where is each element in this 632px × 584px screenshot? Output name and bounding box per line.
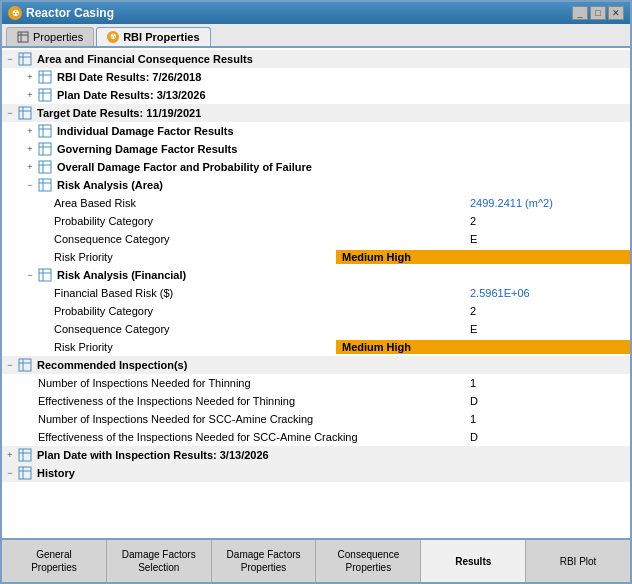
risk-priority-fin-value: Medium High xyxy=(336,340,630,354)
bottom-tab-damage-selection[interactable]: Damage FactorsSelection xyxy=(107,540,212,582)
section-governing-damage[interactable]: + Governing Damage Factor Results xyxy=(2,140,630,158)
prob-cat-fin-label: Probability Category xyxy=(54,305,470,317)
eff-scc-value: D xyxy=(470,431,630,443)
section-icon2 xyxy=(38,70,52,84)
maximize-button[interactable]: □ xyxy=(590,6,606,20)
cons-cat-area-row: Consequence Category E xyxy=(54,233,630,245)
eff-scc-label: Effectiveness of the Inspections Needed … xyxy=(38,431,470,443)
row-prob-cat-area: Probability Category 2 xyxy=(2,212,630,230)
title-controls: _ □ ✕ xyxy=(572,6,624,20)
num-thinning-label: Number of Inspections Needed for Thinnin… xyxy=(38,377,470,389)
close-button[interactable]: ✕ xyxy=(608,6,624,20)
title-bar: ☢ Reactor Casing _ □ ✕ xyxy=(2,2,630,24)
financial-based-risk-label: Financial Based Risk ($) xyxy=(54,287,470,299)
section-target-date[interactable]: − Target Date Results: 11/19/2021 xyxy=(2,104,630,122)
section-plan-date-result[interactable]: + Plan Date with Inspection Results: 3/1… xyxy=(2,446,630,464)
section-icon9 xyxy=(38,268,52,282)
toggle-recommended[interactable]: − xyxy=(2,357,18,373)
bottom-tab-consequence[interactable]: ConsequenceProperties xyxy=(316,540,421,582)
svg-rect-18 xyxy=(39,143,51,155)
prob-cat-area-row: Probability Category 2 xyxy=(54,215,630,227)
section-icon8 xyxy=(38,178,52,192)
prob-cat-fin-row: Probability Category 2 xyxy=(54,305,630,317)
bottom-tab-rbi-plot[interactable]: RBI Plot xyxy=(526,540,630,582)
tab-rbi-properties[interactable]: ☢ RBI Properties xyxy=(96,27,210,46)
risk-financial-label: Risk Analysis (Financial) xyxy=(55,269,630,281)
window-icon: ☢ xyxy=(8,6,22,20)
toggle-plan-date[interactable]: + xyxy=(22,87,38,103)
section-individual-damage[interactable]: + Individual Damage Factor Results xyxy=(2,122,630,140)
bottom-tabs-bar: GeneralProperties Damage FactorsSelectio… xyxy=(2,538,630,582)
bottom-tab-damage-selection-label: Damage FactorsSelection xyxy=(122,548,196,574)
bottom-tab-damage-properties-label: Damage FactorsProperties xyxy=(227,548,301,574)
svg-rect-12 xyxy=(19,107,31,119)
section-risk-area[interactable]: − Risk Analysis (Area) xyxy=(2,176,630,194)
toggle-overall-damage[interactable]: + xyxy=(22,159,38,175)
window-title: Reactor Casing xyxy=(26,6,114,20)
cons-cat-area-label: Consequence Category xyxy=(54,233,470,245)
svg-rect-21 xyxy=(39,161,51,173)
section-icon3 xyxy=(38,88,52,102)
minimize-button[interactable]: _ xyxy=(572,6,588,20)
row-financial-based-risk: Financial Based Risk ($) 2.5961E+06 xyxy=(2,284,630,302)
plan-date-result-label: Plan Date with Inspection Results: 3/13/… xyxy=(35,449,630,461)
area-based-risk-value: 2499.2411 (m^2) xyxy=(470,197,630,209)
section-recommended[interactable]: − Recommended Inspection(s) xyxy=(2,356,630,374)
bottom-tab-rbi-plot-label: RBI Plot xyxy=(560,555,597,568)
risk-priority-area-label: Risk Priority xyxy=(54,251,336,263)
section-icon5 xyxy=(38,124,52,138)
section-rbi-date[interactable]: + RBI Date Results: 7/26/2018 xyxy=(2,68,630,86)
rbi-date-label: RBI Date Results: 7/26/2018 xyxy=(55,71,630,83)
history-label: History xyxy=(35,467,630,479)
toggle-rbi-date[interactable]: + xyxy=(22,69,38,85)
rbi-tab-icon: ☢ xyxy=(107,31,119,43)
financial-based-risk-value: 2.5961E+06 xyxy=(470,287,630,299)
toggle-individual-damage[interactable]: + xyxy=(22,123,38,139)
row-cons-cat-area: Consequence Category E xyxy=(2,230,630,248)
section-history[interactable]: − History xyxy=(2,464,630,482)
svg-rect-9 xyxy=(39,89,51,101)
section-overall-damage[interactable]: + Overall Damage Factor and Probability … xyxy=(2,158,630,176)
cons-cat-area-value: E xyxy=(470,233,630,245)
risk-priority-fin-row: Risk Priority Medium High xyxy=(54,340,630,354)
toggle-area-financial[interactable]: − xyxy=(2,51,18,67)
toggle-plan-date-result[interactable]: + xyxy=(2,447,18,463)
section-area-financial[interactable]: − Area and Financial Consequence Results xyxy=(2,50,630,68)
section-plan-date[interactable]: + Plan Date Results: 3/13/2026 xyxy=(2,86,630,104)
section-icon11 xyxy=(18,448,32,462)
tab-properties[interactable]: Properties xyxy=(6,27,94,46)
prob-cat-fin-value: 2 xyxy=(470,305,630,317)
content-area[interactable]: − Area and Financial Consequence Results… xyxy=(2,48,630,538)
toggle-risk-area[interactable]: − xyxy=(22,177,38,193)
svg-rect-30 xyxy=(19,359,31,371)
bottom-tab-general[interactable]: GeneralProperties xyxy=(2,540,107,582)
svg-rect-36 xyxy=(19,467,31,479)
top-tabs-bar: Properties ☢ RBI Properties xyxy=(2,24,630,48)
risk-area-label: Risk Analysis (Area) xyxy=(55,179,630,191)
num-scc-row: Number of Inspections Needed for SCC-Ami… xyxy=(38,413,630,425)
section-risk-financial[interactable]: − Risk Analysis (Financial) xyxy=(2,266,630,284)
main-window: ☢ Reactor Casing _ □ ✕ Properties ☢ RBI … xyxy=(0,0,632,584)
row-num-thinning: Number of Inspections Needed for Thinnin… xyxy=(2,374,630,392)
toggle-target-date[interactable]: − xyxy=(2,105,18,121)
prob-cat-area-label: Probability Category xyxy=(54,215,470,227)
bottom-tab-results[interactable]: Results xyxy=(421,540,526,582)
toggle-governing-damage[interactable]: + xyxy=(22,141,38,157)
row-num-scc: Number of Inspections Needed for SCC-Ami… xyxy=(2,410,630,428)
toggle-history[interactable]: − xyxy=(2,465,18,481)
row-eff-thinning: Effectiveness of the Inspections Needed … xyxy=(2,392,630,410)
eff-thinning-value: D xyxy=(470,395,630,407)
area-based-risk-label: Area Based Risk xyxy=(54,197,470,209)
cons-cat-fin-value: E xyxy=(470,323,630,335)
row-cons-cat-fin: Consequence Category E xyxy=(2,320,630,338)
properties-tab-icon xyxy=(17,31,29,43)
financial-based-risk-row: Financial Based Risk ($) 2.5961E+06 xyxy=(54,287,630,299)
svg-rect-15 xyxy=(39,125,51,137)
eff-scc-row: Effectiveness of the Inspections Needed … xyxy=(38,431,630,443)
bottom-tab-results-label: Results xyxy=(455,555,491,568)
bottom-tab-damage-properties[interactable]: Damage FactorsProperties xyxy=(212,540,317,582)
svg-rect-24 xyxy=(39,179,51,191)
cons-cat-fin-label: Consequence Category xyxy=(54,323,470,335)
toggle-risk-financial[interactable]: − xyxy=(22,267,38,283)
svg-rect-0 xyxy=(18,32,28,42)
